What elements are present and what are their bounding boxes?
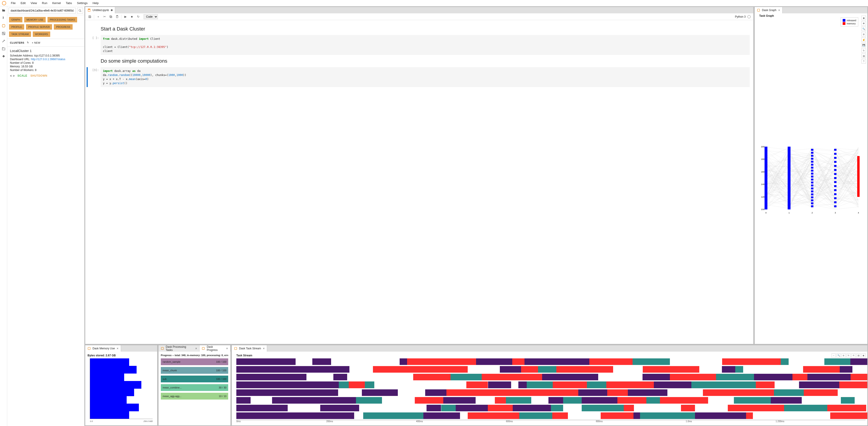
svg-line-178 <box>789 181 812 185</box>
svg-rect-507 <box>811 152 813 154</box>
task-graph-chart[interactable]: 10012014016018020001234 <box>756 15 866 342</box>
kernel-name[interactable]: Python 3 <box>735 15 746 18</box>
menu-kernel[interactable]: Kernel <box>50 0 63 6</box>
task-stream-row <box>236 366 866 373</box>
tap-icon[interactable]: ☝ <box>862 37 866 42</box>
workers-label: Number of Workers: <box>10 68 34 72</box>
shutdown-button[interactable]: SHUTDOWN <box>30 74 47 77</box>
new-cluster-button[interactable]: + NEW <box>32 41 40 44</box>
dask-icon <box>202 347 205 350</box>
bokeh-logo-icon[interactable]: ◉ <box>862 353 866 358</box>
cores-label: Number of Cores: <box>10 61 31 64</box>
bokeh-logo-icon[interactable]: ◉ <box>862 15 866 20</box>
commands-icon[interactable] <box>1 31 6 36</box>
svg-line-354 <box>812 151 835 161</box>
progress-tab[interactable]: Dask Progress × <box>199 345 230 352</box>
code-icon[interactable]: < > <box>10 74 14 77</box>
menu-tabs[interactable]: Tabs <box>64 0 74 6</box>
reset-icon[interactable]: ↻ <box>846 353 850 358</box>
scale-button[interactable]: SCALE <box>18 74 27 77</box>
dashboard-link[interactable]: http://127.0.0.1:39687/status <box>31 58 65 61</box>
dash-graph-button[interactable]: GRAPH <box>9 17 22 22</box>
task-stream-chart[interactable] <box>236 358 866 419</box>
dashboard-url-input[interactable] <box>9 8 76 13</box>
svg-line-340 <box>812 198 835 209</box>
svg-line-466 <box>835 153 858 175</box>
notebook-body[interactable]: Start a Dask Cluster [ ]: from dask.dist… <box>85 20 753 344</box>
svg-rect-528 <box>834 157 836 159</box>
xpan-icon[interactable]: ↔ <box>832 353 836 358</box>
close-icon[interactable]: × <box>117 347 119 350</box>
dash-task-stream-button[interactable]: TASK STREAM <box>9 31 31 37</box>
md-heading: Start a Dask Cluster <box>101 26 750 32</box>
hover-icon[interactable]: ▤ <box>862 54 866 58</box>
notebook-tab[interactable]: Untitled.ipynb <box>85 7 115 13</box>
close-icon[interactable]: × <box>226 347 228 350</box>
run-icon[interactable]: ▶ <box>123 14 128 20</box>
processing-tab[interactable]: Dask Processing Tasks × <box>158 345 199 352</box>
task-stream-row <box>236 382 866 388</box>
svg-line-257 <box>789 165 812 207</box>
add-icon[interactable]: ＋ <box>95 14 101 20</box>
cut-icon[interactable]: ✂ <box>102 14 107 20</box>
cell-type-select[interactable]: Code <box>144 14 158 19</box>
memory-chart[interactable]: 0.0 256.0 MiB <box>90 358 153 419</box>
close-icon[interactable]: × <box>778 8 780 12</box>
svg-line-375 <box>812 189 835 209</box>
folder-icon[interactable] <box>1 8 6 13</box>
dash-progress-button[interactable]: PROGRESS <box>54 24 72 30</box>
jupyter-logo <box>2 1 6 5</box>
dash-workers-button[interactable]: WORKERS <box>33 31 50 37</box>
menu-edit[interactable]: Edit <box>18 0 28 6</box>
menu-run[interactable]: Run <box>39 0 50 6</box>
close-icon[interactable]: × <box>263 347 265 350</box>
save-icon[interactable] <box>87 14 93 20</box>
restart-icon[interactable]: ↻ <box>135 14 141 20</box>
svg-line-359 <box>812 151 835 167</box>
dash-processing-button[interactable]: PROCESSING TASKS <box>48 17 77 22</box>
search-button[interactable] <box>77 8 83 13</box>
tabs-icon[interactable] <box>1 46 6 51</box>
dock-panel: Untitled.ipynb ＋ ✂ ▶ ■ ↻ Code <box>85 6 868 426</box>
help-icon[interactable]: ? <box>862 59 866 64</box>
dask-icon <box>234 347 237 350</box>
dask-icon <box>757 9 760 12</box>
extension-icon[interactable] <box>1 54 6 59</box>
cores-value: 8 <box>32 61 34 64</box>
svg-rect-527 <box>834 153 836 155</box>
dash-memory-button[interactable]: MEMORY USE <box>24 17 46 22</box>
wheel-zoom-icon[interactable]: ⊚ <box>862 32 866 36</box>
memory-tab[interactable]: Dask Memory Use × <box>85 345 121 352</box>
dask-icon[interactable] <box>1 24 6 28</box>
refresh-icon[interactable]: ↻ <box>27 41 29 44</box>
close-icon[interactable]: × <box>195 347 197 350</box>
dash-profile-server-button[interactable]: PROFILE SERVER <box>26 24 52 30</box>
menu-file[interactable]: File <box>9 0 18 6</box>
menu-help[interactable]: Help <box>90 0 101 6</box>
svg-rect-10 <box>110 15 111 17</box>
svg-point-0 <box>2 1 6 5</box>
svg-line-431 <box>835 158 858 199</box>
progress-bar: random_sample100 / 100 <box>161 358 228 365</box>
menu-settings[interactable]: Settings <box>74 0 90 6</box>
reset-icon[interactable]: ⟲ <box>851 353 856 358</box>
code-cell[interactable]: from dask.distributed import Client clie… <box>101 35 750 55</box>
zoom-icon[interactable]: 🔍 <box>837 353 841 358</box>
xwheel-icon[interactable]: ⊚ <box>841 353 846 358</box>
copy-icon[interactable] <box>108 14 114 20</box>
task-stream-tab[interactable]: Dask Task Stream × <box>232 345 267 352</box>
svg-rect-514 <box>811 172 813 174</box>
reset-icon[interactable]: ↻ <box>862 48 866 53</box>
pan-icon[interactable]: ✥ <box>862 21 866 26</box>
paste-icon[interactable] <box>115 14 120 20</box>
stop-icon[interactable]: ■ <box>129 14 134 20</box>
running-icon[interactable] <box>1 16 6 20</box>
wrench-icon[interactable] <box>1 39 6 43</box>
zoom-icon[interactable]: 🔍 <box>862 27 866 31</box>
hover-icon[interactable]: ▤ <box>857 353 861 358</box>
dash-profile-button[interactable]: PROFILE <box>9 24 24 30</box>
graph-tab[interactable]: Dask Graph × <box>755 7 782 13</box>
save-icon[interactable]: 💾 <box>862 43 866 47</box>
code-cell[interactable]: import dask.array as da da.random.random… <box>101 67 750 87</box>
menu-view[interactable]: View <box>28 0 39 6</box>
